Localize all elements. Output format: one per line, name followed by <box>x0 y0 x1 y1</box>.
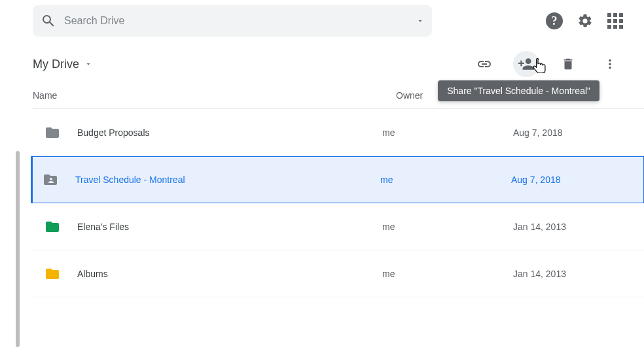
folder-icon <box>45 125 60 141</box>
topbar: ? <box>0 0 644 42</box>
search-input[interactable] <box>56 15 416 27</box>
file-row[interactable]: AlbumsmeJan 14, 2013 <box>33 250 644 297</box>
file-owner: me <box>382 127 513 138</box>
share-button[interactable]: Share "Travel Schedule - Montreal" <box>513 51 539 77</box>
link-icon <box>476 56 492 72</box>
caret-down-icon <box>84 60 92 68</box>
scrollbar[interactable] <box>16 151 20 347</box>
person-add-icon <box>518 56 535 73</box>
file-modified: Aug 7, 2018 <box>511 174 643 185</box>
file-name: Travel Schedule - Montreal <box>75 174 380 185</box>
file-name: Elena's Files <box>77 222 382 232</box>
location-title-label: My Drive <box>33 58 79 71</box>
file-owner: me <box>382 222 513 232</box>
settings-gear-icon[interactable] <box>577 13 593 29</box>
more-vert-icon <box>603 57 617 71</box>
file-modified: Jan 14, 2013 <box>513 269 644 279</box>
file-owner: me <box>382 269 513 279</box>
file-modified: Aug 7, 2018 <box>513 127 644 138</box>
location-dropdown[interactable]: My Drive <box>33 58 92 71</box>
file-owner: me <box>380 174 511 185</box>
topbar-right: ? <box>546 12 623 29</box>
file-row[interactable]: Elena's FilesmeJan 14, 2013 <box>33 203 644 250</box>
search-icon <box>41 13 56 29</box>
share-tooltip: Share "Travel Schedule - Montreal" <box>438 80 599 101</box>
action-icons: Share "Travel Schedule - Montreal" <box>471 51 623 77</box>
col-header-name[interactable]: Name <box>33 90 396 101</box>
file-modified: Jan 14, 2013 <box>513 222 644 232</box>
location-bar: My Drive Share "Travel Schedule - Montre… <box>0 42 644 84</box>
file-list: Budget ProposalsmeAug 7, 2018Travel Sche… <box>33 109 644 297</box>
folder-icon <box>45 219 60 235</box>
trash-icon <box>561 57 575 71</box>
file-row[interactable]: Travel Schedule - MontrealmeAug 7, 2018 <box>31 156 644 203</box>
search-box[interactable] <box>33 5 432 37</box>
file-row[interactable]: Budget ProposalsmeAug 7, 2018 <box>33 109 644 156</box>
apps-grid-icon[interactable] <box>607 13 623 29</box>
delete-button[interactable] <box>555 51 581 77</box>
get-link-button[interactable] <box>471 51 497 77</box>
folder-shared-icon <box>43 172 58 188</box>
folder-icon <box>45 266 60 282</box>
file-name: Budget Proposals <box>77 127 382 138</box>
search-options-icon[interactable] <box>416 17 424 25</box>
more-actions-button[interactable] <box>597 51 623 77</box>
help-icon[interactable]: ? <box>546 12 563 29</box>
file-name: Albums <box>77 269 382 279</box>
